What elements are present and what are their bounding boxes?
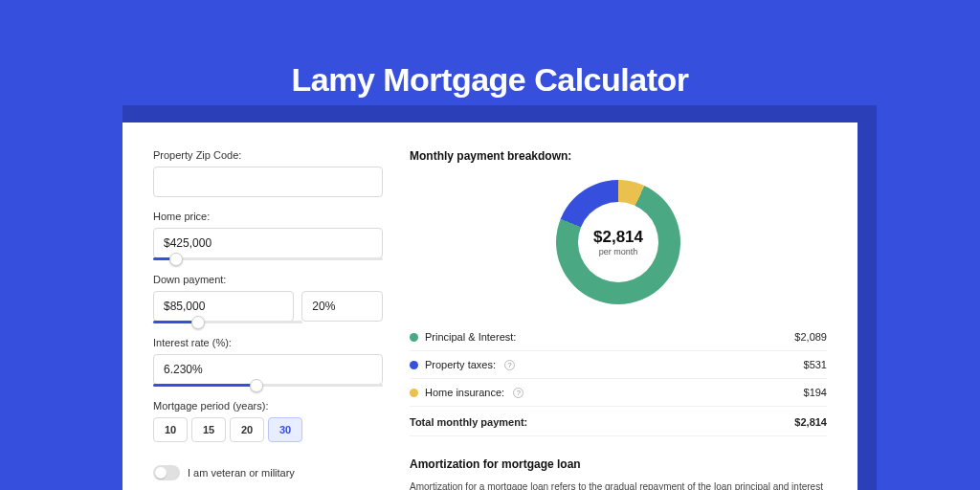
home-price-slider[interactable] (153, 257, 383, 260)
down-payment-slider[interactable] (153, 321, 302, 323)
zip-label: Property Zip Code: (153, 149, 383, 161)
down-payment-pct-input[interactable] (301, 291, 383, 322)
breakdown-donut-chart: $2,814 per month (556, 180, 680, 304)
breakdown-item-value: $531 (804, 359, 827, 370)
interest-slider[interactable] (153, 384, 383, 387)
interest-input[interactable] (153, 354, 383, 385)
period-option-20[interactable]: 20 (230, 417, 264, 442)
dot-icon (410, 361, 418, 369)
breakdown-item-value: $194 (804, 387, 827, 398)
breakdown-total-value: $2,814 (794, 416, 827, 428)
breakdown-item-label: Property taxes: (425, 359, 496, 370)
donut-center: $2,814 per month (578, 202, 658, 282)
dot-icon (410, 333, 418, 342)
page-title: Lamy Mortgage Calculator (0, 0, 980, 99)
veteran-label: I am veteran or military (188, 467, 295, 479)
breakdown-column: Monthly payment breakdown: $2,814 per mo… (410, 149, 827, 490)
down-payment-slider-thumb[interactable] (191, 316, 205, 329)
donut-sub: per month (599, 247, 638, 256)
breakdown-total-label: Total monthly payment: (410, 416, 527, 428)
amortization-text: Amortization for a mortgage loan refers … (410, 480, 827, 490)
period-label: Mortgage period (years): (153, 400, 383, 412)
period-option-30[interactable]: 30 (268, 417, 302, 442)
period-option-10[interactable]: 10 (153, 417, 188, 442)
home-price-label: Home price: (153, 211, 383, 222)
info-icon[interactable]: ? (513, 388, 523, 398)
zip-input[interactable] (153, 167, 383, 197)
donut-amount: $2,814 (593, 228, 643, 247)
calculator-card: Property Zip Code: Home price: Down paym… (122, 122, 858, 490)
breakdown-item-value: $2,089 (794, 331, 827, 343)
dot-icon (410, 389, 418, 397)
breakdown-item-label: Home insurance: (425, 387, 504, 398)
breakdown-line-taxes: Property taxes: ? $531 (410, 351, 827, 379)
form-column: Property Zip Code: Home price: Down paym… (153, 149, 383, 490)
interest-slider-fill (153, 384, 256, 387)
breakdown-total-line: Total monthly payment: $2,814 (410, 407, 827, 436)
period-options: 10 15 20 30 (153, 417, 383, 442)
veteran-toggle[interactable] (153, 465, 180, 480)
down-payment-label: Down payment: (153, 274, 383, 285)
interest-slider-thumb[interactable] (250, 379, 263, 392)
home-price-slider-thumb[interactable] (169, 253, 183, 266)
home-price-input[interactable] (153, 228, 383, 258)
breakdown-line-insurance: Home insurance: ? $194 (410, 379, 827, 407)
info-icon[interactable]: ? (504, 360, 515, 370)
breakdown-line-principal: Principal & Interest: $2,089 (410, 323, 827, 351)
breakdown-item-label: Principal & Interest: (425, 331, 516, 343)
amortization-heading: Amortization for mortgage loan (410, 457, 827, 471)
period-option-15[interactable]: 15 (191, 417, 226, 442)
down-payment-input[interactable] (153, 291, 294, 322)
breakdown-heading: Monthly payment breakdown: (410, 149, 827, 163)
interest-label: Interest rate (%): (153, 337, 383, 348)
